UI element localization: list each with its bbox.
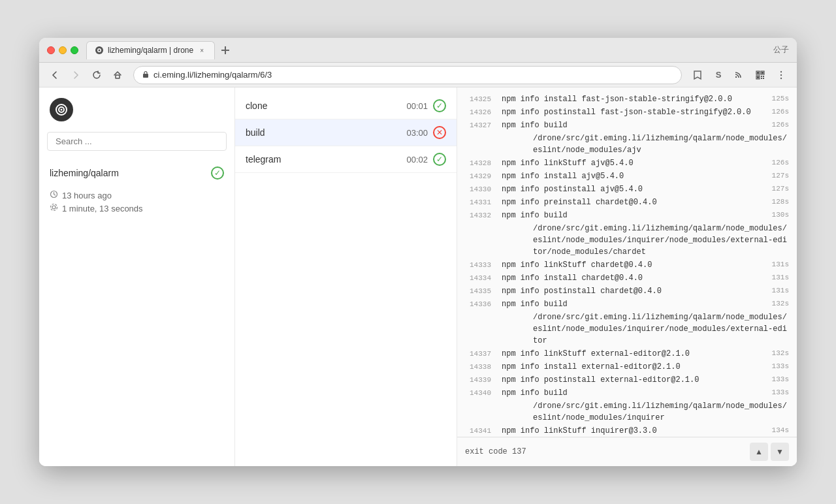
nav-right-icons: S <box>688 66 790 84</box>
step-right: 00:01 <box>406 99 446 112</box>
svg-rect-15 <box>763 76 764 77</box>
svg-rect-5 <box>116 75 120 78</box>
log-line-number: 14340 <box>465 387 491 399</box>
log-line-text: npm info build <box>502 119 764 131</box>
log-line: 14330 npm info postinstall ajv@5.4.0 127… <box>457 183 797 196</box>
exit-code-text: exit code 137 <box>465 447 526 456</box>
search-input[interactable] <box>47 132 227 151</box>
svg-point-26 <box>52 206 56 209</box>
step-left: telegram <box>246 154 281 165</box>
svg-point-25 <box>51 204 57 211</box>
log-line-text: npm info postinstall chardet@0.4.0 <box>502 285 764 297</box>
log-line: 14335 npm info postinstall chardet@0.4.0… <box>457 285 797 298</box>
log-area[interactable]: 14325 npm info install fast-json-stable-… <box>457 87 797 437</box>
browser-window: lizheming/qalarm | drone × 公子 <box>39 38 797 466</box>
new-tab-button[interactable] <box>217 42 233 58</box>
log-line: 14334 npm info install chardet@0.4.0 131… <box>457 272 797 285</box>
log-content: 14325 npm info install fast-json-stable-… <box>457 87 797 437</box>
log-line-number: 14325 <box>465 93 491 105</box>
svg-rect-13 <box>757 76 759 78</box>
log-line-duration: 126s <box>772 119 789 131</box>
log-line-text: npm info linkStuff ajv@5.4.0 <box>502 157 764 169</box>
log-line-duration: 133s <box>772 387 789 398</box>
scroll-down-button[interactable]: ▼ <box>771 443 789 461</box>
log-line: /drone/src/git.eming.li/lizheming/qalarm… <box>457 222 797 259</box>
log-line-duration: 131s <box>772 285 789 296</box>
svg-rect-4 <box>221 50 229 51</box>
log-line-duration: 127s <box>772 183 789 195</box>
step-time: 03:00 <box>406 128 428 138</box>
nav-bar: ci.eming.li/lizheming/qalarm/6/3 S <box>39 63 797 87</box>
log-line-number: 14331 <box>465 197 491 208</box>
url-text: ci.eming.li/lizheming/qalarm/6/3 <box>153 70 673 80</box>
repo-name: lizheming/qalarm <box>50 168 119 178</box>
log-line-text: npm info linkStuff external-editor@2.1.0 <box>502 348 764 360</box>
sidebar-logo <box>39 87 234 132</box>
menu-icon[interactable] <box>772 66 790 84</box>
svg-rect-7 <box>735 76 737 78</box>
log-line-duration: 131s <box>772 259 789 270</box>
svg-point-23 <box>61 109 63 111</box>
bookmark-icon[interactable] <box>688 66 707 84</box>
log-line-number: 14334 <box>465 272 491 284</box>
repo-item[interactable]: lizheming/qalarm <box>39 159 234 187</box>
step-right: 00:02 <box>406 153 446 166</box>
active-tab[interactable]: lizheming/qalarm | drone × <box>86 41 215 59</box>
qr-icon[interactable] <box>751 66 769 84</box>
log-line-text: npm info postinstall ajv@5.4.0 <box>502 183 764 195</box>
log-line-text: npm info install external-editor@2.1.0 <box>502 361 764 373</box>
pipeline-step-clone[interactable]: clone 00:01 <box>235 93 457 119</box>
log-line: 14331 npm info preinstall chardet@0.4.0 … <box>457 196 797 209</box>
svg-rect-11 <box>762 72 764 74</box>
repo-status-icon <box>211 166 224 180</box>
log-line: 14337 npm info linkStuff external-editor… <box>457 347 797 360</box>
log-wrapper: 14325 npm info install fast-json-stable-… <box>457 87 797 466</box>
traffic-lights <box>47 46 78 54</box>
home-button[interactable] <box>108 66 127 84</box>
log-line-duration: 133s <box>772 361 789 372</box>
log-line-number <box>465 133 491 133</box>
forward-button[interactable] <box>67 66 85 84</box>
extensions-icon[interactable]: S <box>709 66 728 84</box>
log-line-text: /drone/src/git.eming.li/lizheming/qalarm… <box>502 400 789 424</box>
log-line-duration: 132s <box>772 348 789 359</box>
meta-time-text: 13 hours ago <box>62 191 112 200</box>
scroll-up-button[interactable]: ▲ <box>750 443 768 461</box>
log-line-duration: 132s <box>772 298 789 309</box>
meta-duration-item: 1 minute, 13 seconds <box>50 203 224 213</box>
log-line-number: 14335 <box>465 285 491 297</box>
log-line: 14341 npm info linkStuff inquirer@3.3.0 … <box>457 424 797 437</box>
sidebar: lizheming/qalarm 13 hours ago <box>39 87 235 466</box>
address-bar[interactable]: ci.eming.li/lizheming/qalarm/6/3 <box>133 66 682 84</box>
log-line: 14340 npm info build 133s <box>457 386 797 400</box>
close-button[interactable] <box>47 46 55 54</box>
log-line-duration: 126s <box>772 106 789 118</box>
tab-close-button[interactable]: × <box>197 46 206 55</box>
log-line: /drone/src/git.eming.li/lizheming/qalarm… <box>457 400 797 424</box>
log-line-text: npm info build <box>502 298 764 310</box>
log-line-text: /drone/src/git.eming.li/lizheming/qalarm… <box>502 223 789 258</box>
log-line-duration: 133s <box>772 374 789 385</box>
refresh-button[interactable] <box>88 66 106 84</box>
scroll-buttons: ▲ ▼ <box>750 443 789 461</box>
log-line-text: npm info linkStuff chardet@0.4.0 <box>502 259 764 271</box>
log-line-text: /drone/src/git.eming.li/lizheming/qalarm… <box>502 133 789 156</box>
minimize-button[interactable] <box>59 46 67 54</box>
log-line: /drone/src/git.eming.li/lizheming/qalarm… <box>457 311 797 347</box>
log-line: 14329 npm info install ajv@5.4.0 127s <box>457 170 797 183</box>
svg-point-19 <box>780 74 782 75</box>
cast-icon[interactable] <box>730 66 748 84</box>
step-left: clone <box>246 101 267 111</box>
step-success-icon <box>433 153 446 166</box>
maximize-button[interactable] <box>71 46 78 54</box>
svg-point-20 <box>780 77 782 78</box>
log-line-number: 14339 <box>465 374 491 386</box>
sidebar-meta: 13 hours ago 1 minute, 13 seconds <box>39 187 234 219</box>
pipeline-step-telegram[interactable]: telegram 00:02 <box>235 146 457 173</box>
back-button[interactable] <box>46 66 64 84</box>
log-line-number: 14327 <box>465 119 491 131</box>
log-line-number: 14336 <box>465 298 491 310</box>
pipeline-step-build[interactable]: build 03:00 <box>235 119 457 146</box>
content-area: lizheming/qalarm 13 hours ago <box>39 87 797 466</box>
step-name: clone <box>246 101 267 111</box>
